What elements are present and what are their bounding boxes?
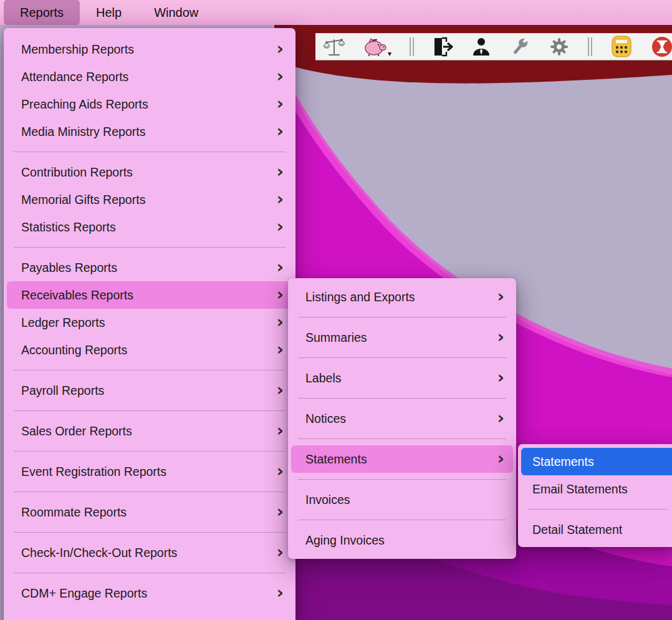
menu-item-statements[interactable]: Statements	[521, 448, 672, 475]
menu-separator	[14, 532, 286, 533]
menu-item-label: Statements	[532, 455, 666, 469]
menu-item-memorial-gifts-reports[interactable]: Memorial Gifts Reports›	[7, 186, 292, 213]
menu-item-label: Event Registration Reports	[21, 465, 277, 479]
menubar-item-reports[interactable]: Reports	[4, 0, 80, 25]
menu-item-label: Receivables Reports	[21, 288, 277, 303]
menu-item-statements[interactable]: Statements›	[291, 445, 513, 473]
menu-item-membership-reports[interactable]: Membership Reports›	[7, 36, 292, 63]
menu-item-label: Preaching Aids Reports	[21, 97, 277, 112]
submenu-chevron-icon: ›	[277, 462, 284, 479]
menu-item-notices[interactable]: Notices›	[291, 405, 513, 432]
menu-item-cdm-engage-reports[interactable]: CDM+ Engage Reports›	[7, 579, 292, 607]
submenu-chevron-icon: ›	[277, 341, 284, 357]
menu-separator	[14, 410, 286, 411]
toolbar: ▾	[315, 33, 672, 61]
gear-icon[interactable]	[549, 36, 570, 57]
piggy-bank-icon[interactable]: ▾	[363, 37, 391, 57]
menu-item-accounting-reports[interactable]: Accounting Reports›	[7, 336, 292, 364]
menu-item-media-ministry-reports[interactable]: Media Ministry Reports›	[7, 118, 292, 145]
menubar-item-window[interactable]: Window	[138, 0, 214, 25]
submenu-chevron-icon: ›	[277, 190, 284, 207]
submenu-chevron-icon: ›	[497, 409, 504, 426]
submenu-chevron-icon: ›	[277, 313, 284, 330]
submenu-chevron-icon: ›	[277, 95, 284, 112]
menu-item-payables-reports[interactable]: Payables Reports›	[7, 254, 292, 281]
menu-item-label: Attendance Reports	[21, 70, 277, 84]
menu-item-label: Check-In/Check-Out Reports	[21, 546, 277, 560]
submenu-chevron-icon: ›	[497, 450, 504, 467]
menu-item-receivables-reports[interactable]: Receivables Reports›	[7, 281, 292, 309]
menu-item-label: Roommate Reports	[21, 505, 277, 520]
menu-separator	[528, 509, 668, 510]
menu-bar: ReportsHelpWindow	[0, 0, 672, 25]
submenu-chevron-icon: ›	[497, 328, 504, 345]
calculator-icon[interactable]	[610, 36, 633, 58]
menu-item-invoices[interactable]: Invoices	[291, 486, 513, 513]
menu-item-preaching-aids-reports[interactable]: Preaching Aids Reports›	[7, 90, 292, 118]
menu-separator	[298, 438, 506, 439]
submenu-chevron-icon: ›	[277, 381, 284, 398]
menu-item-label: Notices	[305, 412, 497, 426]
reports-menu: Membership Reports›Attendance Reports›Pr…	[4, 28, 295, 620]
menu-item-label: Invoices	[305, 493, 504, 507]
menubar-item-help[interactable]: Help	[80, 0, 138, 25]
submenu-chevron-icon: ›	[277, 163, 284, 180]
menu-separator	[298, 398, 506, 399]
exit-door-icon[interactable]	[432, 37, 453, 57]
menu-separator	[298, 520, 506, 520]
menu-item-event-registration-reports[interactable]: Event Registration Reports›	[7, 458, 292, 485]
menu-item-attendance-reports[interactable]: Attendance Reports›	[7, 63, 292, 90]
menu-item-detail-statement[interactable]: Detail Statement	[521, 516, 672, 543]
statements-submenu: StatementsEmail StatementsDetail Stateme…	[518, 444, 672, 547]
window-title-strip	[274, 25, 672, 33]
menu-item-label: CDM+ Engage Reports	[21, 586, 277, 601]
menu-item-label: Payroll Reports	[21, 384, 277, 398]
menu-separator	[298, 317, 506, 317]
menu-item-label: Memorial Gifts Reports	[21, 193, 277, 207]
menu-separator	[298, 479, 506, 480]
wrench-icon[interactable]	[509, 36, 530, 57]
menu-item-label: Aging Invoices	[305, 533, 504, 548]
menu-item-summaries[interactable]: Summaries›	[291, 324, 513, 351]
menu-item-contribution-reports[interactable]: Contribution Reports›	[7, 158, 292, 186]
menu-separator	[14, 451, 286, 452]
submenu-chevron-icon: ›	[277, 67, 284, 84]
menu-item-label: Contribution Reports	[21, 165, 277, 180]
submenu-chevron-icon: ›	[277, 122, 284, 139]
menu-item-email-statements[interactable]: Email Statements	[521, 475, 672, 503]
menu-item-label: Statements	[305, 452, 497, 467]
menu-item-label: Summaries	[305, 331, 497, 345]
menu-item-listings-and-exports[interactable]: Listings and Exports›	[291, 283, 513, 311]
toolbar-separator	[588, 37, 592, 56]
menu-item-statistics-reports[interactable]: Statistics Reports›	[7, 213, 292, 241]
menu-item-label: Media Ministry Reports	[21, 125, 277, 139]
menu-item-label: Sales Order Reports	[21, 424, 277, 438]
toolbar-separator	[410, 37, 414, 56]
menu-item-labels[interactable]: Labels›	[291, 364, 513, 392]
menu-item-label: Labels	[305, 371, 497, 385]
menu-item-aging-invoices[interactable]: Aging Invoices	[291, 526, 513, 554]
submenu-chevron-icon: ›	[277, 584, 284, 601]
dropdown-arrow-icon: ▾	[388, 51, 391, 57]
person-icon[interactable]	[471, 37, 491, 57]
menu-item-label: Listings and Exports	[305, 290, 497, 304]
hourglass-icon[interactable]	[651, 36, 672, 58]
menu-separator	[14, 370, 286, 371]
menu-item-label: Detail Statement	[532, 523, 666, 537]
balance-scale-icon[interactable]	[323, 36, 345, 57]
menu-item-label: Email Statements	[532, 482, 666, 496]
menu-item-check-in-check-out-reports[interactable]: Check-In/Check-Out Reports›	[7, 539, 292, 566]
menu-item-payroll-reports[interactable]: Payroll Reports›	[7, 377, 292, 404]
menu-item-label: Payables Reports	[21, 261, 277, 275]
menu-separator	[14, 152, 286, 152]
menu-item-roommate-reports[interactable]: Roommate Reports›	[7, 498, 292, 526]
submenu-chevron-icon: ›	[277, 286, 284, 303]
submenu-chevron-icon: ›	[277, 543, 284, 560]
menu-item-label: Membership Reports	[21, 42, 277, 57]
menu-item-label: Ledger Reports	[21, 316, 277, 330]
menu-item-sales-order-reports[interactable]: Sales Order Reports›	[7, 417, 292, 445]
submenu-chevron-icon: ›	[497, 288, 504, 304]
menu-item-label: Statistics Reports	[21, 220, 277, 235]
menu-item-ledger-reports[interactable]: Ledger Reports›	[7, 309, 292, 336]
menu-separator	[14, 573, 286, 573]
